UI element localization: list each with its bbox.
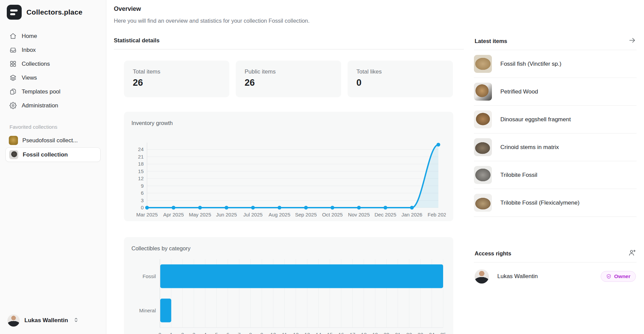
svg-text:18: 18 (138, 161, 144, 167)
sidebar-item-inbox[interactable]: Inbox (5, 43, 101, 57)
user-menu[interactable]: Lukas Wallentin (5, 313, 101, 328)
sidebar-item-label: Views (22, 75, 37, 81)
latest-item-crinoid[interactable]: Crinoid stems in matrix (474, 133, 637, 161)
sidebar-nav: Home Inbox Collections Views Templates p… (5, 29, 101, 112)
svg-text:Nov 2025: Nov 2025 (348, 212, 370, 217)
item-label: Trilobite Fossil (Flexicalymene) (500, 200, 580, 206)
access-rights-heading: Access rights (475, 250, 511, 257)
svg-text:Oct 2025: Oct 2025 (322, 212, 343, 217)
svg-text:Aug 2025: Aug 2025 (269, 212, 290, 217)
latest-item-fossil-fish[interactable]: Fossil fish (Vinctifer sp.) (474, 50, 637, 78)
sidebar-item-label: Inbox (22, 47, 36, 54)
sidebar: Collectors.place Home Inbox Collections … (0, 0, 106, 334)
item-thumbnail (474, 138, 492, 156)
item-label: Dinosaur eggshell fragment (500, 116, 571, 123)
stat-cards: Total items 26 Public items 26 Total lik… (124, 61, 464, 97)
sidebar-collection-fossil[interactable]: Fossil collection (5, 147, 101, 162)
page-description: Here you will find an overview and stati… (114, 18, 464, 24)
inventory-growth-card: Inventory growth 03691215182124Mar 2025A… (124, 112, 453, 221)
svg-text:Apr 2025: Apr 2025 (163, 212, 184, 217)
svg-text:2: 2 (181, 332, 184, 334)
svg-text:Mineral: Mineral (139, 308, 156, 313)
svg-text:12: 12 (293, 332, 299, 334)
templates-icon (9, 88, 17, 95)
svg-text:Mar 2025: Mar 2025 (136, 212, 158, 217)
svg-text:9: 9 (141, 183, 144, 189)
access-rights-section: Access rights Lukas Wallentin Owner (474, 249, 637, 290)
stat-card-public-items: Public items 26 (236, 61, 341, 97)
svg-text:9: 9 (261, 332, 263, 334)
home-icon (9, 33, 17, 40)
svg-text:Feb 2026: Feb 2026 (428, 212, 446, 217)
stat-label: Public items (245, 68, 332, 75)
member-avatar (475, 269, 489, 284)
chart-title: Inventory growth (131, 120, 446, 126)
svg-text:Jun 2025: Jun 2025 (216, 212, 237, 217)
collection-label: Pseudofossil collect... (22, 137, 78, 144)
svg-text:5: 5 (215, 332, 218, 334)
sidebar-item-label: Administration (22, 102, 58, 109)
stat-label: Total likes (356, 68, 444, 75)
app-logo-icon (7, 5, 22, 20)
access-member-row[interactable]: Lukas Wallentin Owner (474, 263, 637, 290)
svg-text:1: 1 (170, 332, 172, 334)
latest-item-petrified-wood[interactable]: Petrified Wood (474, 78, 637, 106)
add-user-button[interactable] (628, 249, 636, 258)
main-content: Overview Here you will find an overview … (106, 0, 644, 334)
svg-text:16: 16 (338, 332, 344, 334)
svg-text:0: 0 (159, 332, 161, 334)
svg-text:24: 24 (429, 332, 435, 334)
sidebar-item-label: Home (22, 33, 37, 40)
collectibles-by-category-card: Collectibles by category 012345678910111… (124, 237, 453, 334)
svg-text:3: 3 (141, 197, 144, 203)
chart-title: Collectibles by category (131, 245, 446, 252)
item-label: Fossil fish (Vinctifer sp.) (500, 61, 561, 67)
sidebar-item-administration[interactable]: Administration (5, 99, 101, 112)
member-name: Lukas Wallentin (497, 273, 592, 280)
sidebar-item-home[interactable]: Home (5, 29, 101, 43)
latest-items-heading: Latest items (475, 38, 507, 44)
item-thumbnail (474, 194, 492, 212)
owner-role-label: Owner (614, 273, 630, 279)
item-thumbnail (474, 166, 492, 184)
person-plus-icon (628, 249, 636, 256)
sidebar-item-collections[interactable]: Collections (5, 57, 101, 71)
collection-thumbnail (9, 150, 18, 159)
svg-text:12: 12 (138, 175, 144, 181)
stat-value: 26 (133, 78, 221, 88)
item-label: Crinoid stems in matrix (500, 144, 559, 151)
svg-text:23: 23 (418, 332, 423, 334)
views-icon (9, 74, 17, 81)
svg-text:17: 17 (350, 332, 355, 334)
svg-text:3: 3 (192, 332, 195, 334)
latest-item-trilobite[interactable]: Trilobite Fossil (474, 161, 637, 189)
svg-text:21: 21 (395, 332, 401, 334)
shield-check-icon (606, 274, 611, 279)
svg-text:0: 0 (141, 205, 144, 210)
latest-items-arrow-button[interactable] (628, 37, 636, 45)
svg-text:6: 6 (141, 190, 144, 196)
inbox-icon (9, 46, 17, 54)
svg-text:13: 13 (304, 332, 310, 334)
svg-text:Jul 2025: Jul 2025 (243, 212, 263, 217)
svg-text:18: 18 (361, 332, 367, 334)
svg-text:Sep 2025: Sep 2025 (295, 212, 317, 217)
app-brand[interactable]: Collectors.place (5, 4, 101, 22)
svg-text:4: 4 (204, 332, 207, 334)
sidebar-collection-pseudofossil[interactable]: Pseudofossil collect... (5, 133, 101, 147)
overview-column: Overview Here you will find an overview … (114, 5, 464, 334)
item-thumbnail (474, 55, 492, 73)
stat-value: 0 (356, 78, 444, 88)
right-panel: Latest items Fossil fish (Vinctifer sp.)… (474, 5, 637, 334)
latest-item-eggshell[interactable]: Dinosaur eggshell fragment (474, 106, 637, 133)
stat-value: 26 (245, 78, 332, 88)
svg-text:20: 20 (383, 332, 389, 334)
svg-text:15: 15 (327, 332, 333, 334)
sidebar-item-templates-pool[interactable]: Templates pool (5, 85, 101, 99)
latest-item-trilobite-flexicalymene[interactable]: Trilobite Fossil (Flexicalymene) (474, 189, 637, 217)
svg-text:6: 6 (226, 332, 229, 334)
svg-text:19: 19 (372, 332, 378, 334)
unfold-icon (73, 317, 79, 325)
svg-text:15: 15 (138, 168, 144, 174)
sidebar-item-views[interactable]: Views (5, 71, 101, 85)
